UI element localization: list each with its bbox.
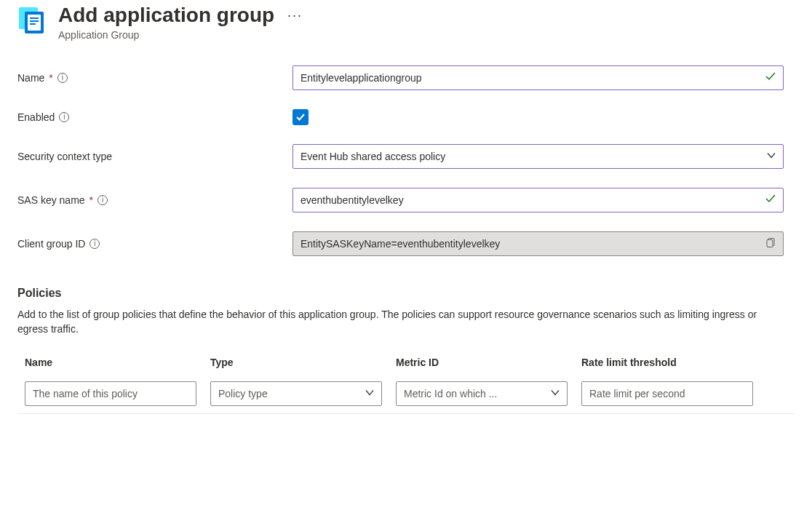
name-label: Name * i <box>17 72 292 84</box>
policies-section: Policies Add to the list of group polici… <box>17 287 795 415</box>
required-marker: * <box>49 72 52 84</box>
name-label-text: Name <box>17 72 44 84</box>
policy-type-select[interactable]: Policy type <box>210 381 382 406</box>
info-icon[interactable]: i <box>57 73 68 83</box>
security-context-select[interactable]: Event Hub shared access policy <box>292 144 784 169</box>
name-input[interactable] <box>292 65 784 90</box>
page-subtitle: Application Group <box>58 29 303 41</box>
table-divider <box>17 413 795 414</box>
page-title: Add application group <box>58 3 274 28</box>
info-icon[interactable]: i <box>59 112 69 122</box>
col-threshold: Rate limit threshold <box>581 357 767 368</box>
info-icon[interactable]: i <box>89 239 100 249</box>
col-metric: Metric ID <box>396 357 581 368</box>
policy-metric-placeholder: Metric Id on which ... <box>404 388 497 399</box>
client-group-id-label: Client group ID i <box>17 238 292 250</box>
svg-rect-7 <box>767 239 773 247</box>
app-group-icon <box>17 6 48 36</box>
copy-icon[interactable] <box>766 237 776 250</box>
policies-input-row: Policy type Metric Id on which ... <box>17 381 795 406</box>
sas-key-label-text: SAS key name <box>17 194 85 206</box>
policies-title: Policies <box>17 287 795 300</box>
policy-threshold-input[interactable] <box>581 381 753 406</box>
info-icon[interactable]: i <box>97 195 108 205</box>
more-actions-button[interactable]: ··· <box>287 7 303 23</box>
enabled-checkbox[interactable] <box>292 109 309 125</box>
col-name: Name <box>25 357 210 368</box>
client-group-id-field <box>292 231 784 256</box>
client-group-id-label-text: Client group ID <box>17 238 85 250</box>
col-type: Type <box>210 357 396 368</box>
page-header: Add application group ··· Application Gr… <box>17 3 795 41</box>
policy-name-input[interactable] <box>25 381 196 406</box>
policy-metric-select[interactable]: Metric Id on which ... <box>396 381 568 406</box>
svg-rect-5 <box>30 23 36 25</box>
sas-key-label: SAS key name * i <box>17 194 292 206</box>
policies-description: Add to the list of group policies that d… <box>17 307 781 337</box>
svg-rect-3 <box>30 17 39 19</box>
security-context-label: Security context type <box>17 151 292 162</box>
policies-table: Name Type Metric ID Rate limit threshold… <box>17 357 795 414</box>
policies-header-row: Name Type Metric ID Rate limit threshold <box>17 357 795 381</box>
enabled-label-text: Enabled <box>17 111 55 123</box>
enabled-label: Enabled i <box>17 111 292 123</box>
policy-type-placeholder: Policy type <box>218 388 268 399</box>
security-context-value: Event Hub shared access policy <box>300 151 445 162</box>
app-group-form: Name * i Enabled i Security context type <box>17 65 795 256</box>
sas-key-input[interactable] <box>292 188 784 212</box>
svg-rect-2 <box>28 15 41 31</box>
required-marker: * <box>89 194 93 206</box>
svg-rect-4 <box>30 20 39 22</box>
security-context-label-text: Security context type <box>17 151 112 162</box>
